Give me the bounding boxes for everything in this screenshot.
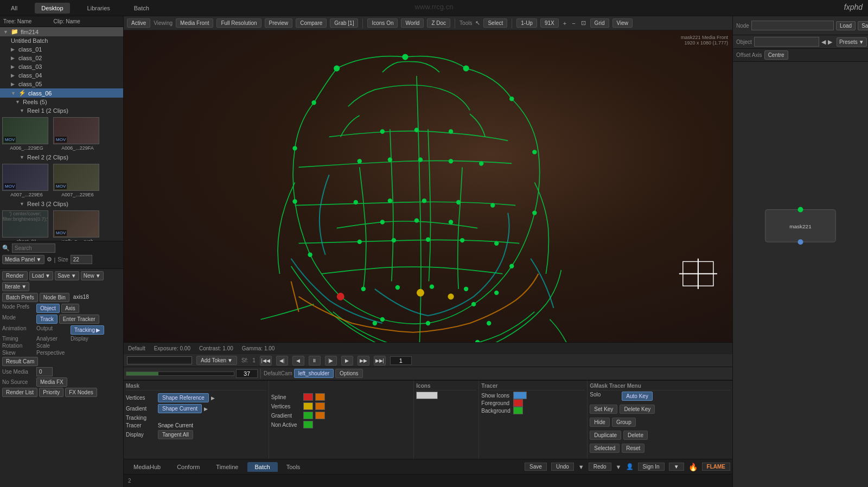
vertices-color-swatch[interactable] bbox=[303, 402, 313, 410]
search-input[interactable] bbox=[12, 244, 55, 253]
media-panel-dropdown[interactable]: Media Panel ▼ bbox=[2, 255, 44, 264]
tree-item[interactable]: ▼ Reels (5) bbox=[0, 98, 123, 106]
use-media-input[interactable] bbox=[36, 367, 53, 376]
node-bin-btn[interactable]: Node Bin bbox=[40, 293, 69, 302]
object-btn[interactable]: Object bbox=[36, 304, 60, 313]
save-btn[interactable]: Save bbox=[525, 463, 547, 471]
compare-btn[interactable]: Compare bbox=[296, 18, 327, 28]
play-fwd-btn[interactable]: ▶ bbox=[341, 356, 353, 366]
tab-tools[interactable]: Tools bbox=[279, 462, 308, 472]
delete-btn[interactable]: Delete bbox=[623, 431, 648, 440]
tab-desktop[interactable]: Desktop bbox=[35, 3, 69, 14]
tree-item[interactable]: Untitled Batch bbox=[0, 36, 123, 45]
tangent-all-btn[interactable]: Tangent All bbox=[158, 430, 193, 439]
clip-thumb[interactable]: ') center/cover; filter:brightness(0.7);… bbox=[2, 210, 51, 241]
fit-icon[interactable]: ⊡ bbox=[580, 18, 587, 28]
tree-item[interactable]: ▼ 📁 flm214 bbox=[0, 27, 123, 36]
hide-btn[interactable]: Hide bbox=[590, 418, 610, 427]
active-btn[interactable]: Active bbox=[127, 18, 150, 28]
show-icons-swatch[interactable] bbox=[513, 392, 527, 399]
track-btn[interactable]: Track bbox=[36, 315, 58, 324]
step-fwd-btn[interactable]: |▶ bbox=[325, 356, 337, 366]
clip-thumb[interactable]: MOV A006_...229EG bbox=[2, 117, 51, 151]
new-dropdown[interactable]: New▼ bbox=[81, 271, 104, 280]
media-fx-btn[interactable]: Media FX bbox=[36, 377, 67, 387]
undo-btn[interactable]: Undo bbox=[551, 463, 574, 471]
prev-icon[interactable]: ◀ bbox=[821, 39, 826, 46]
tree-item[interactable]: ▶ class_05 bbox=[0, 80, 123, 88]
redo-dropdown-icon[interactable]: ▼ bbox=[616, 464, 622, 470]
shape-current-btn[interactable]: Shape Current bbox=[158, 404, 202, 413]
frame-end-display[interactable]: 37 bbox=[236, 369, 258, 378]
enter-tracker-btn[interactable]: Enter Tracker bbox=[59, 315, 99, 324]
spline-color-swatch[interactable] bbox=[303, 393, 313, 401]
group-btn[interactable]: Group bbox=[612, 418, 636, 427]
load-dropdown[interactable]: Load▼ bbox=[29, 271, 53, 280]
clip-thumb[interactable]: MOV A007_...229E6 bbox=[53, 164, 102, 197]
zoom-out-icon[interactable]: − bbox=[571, 19, 576, 28]
node-save-btn[interactable]: Save bbox=[858, 21, 868, 30]
play-back-btn[interactable]: ◀ bbox=[292, 356, 304, 366]
signin-btn[interactable]: Sign In bbox=[638, 463, 665, 471]
grid-btn[interactable]: Grid bbox=[590, 18, 609, 28]
axis-btn[interactable]: Axis bbox=[61, 304, 79, 313]
icons-color-swatch[interactable] bbox=[416, 392, 438, 399]
tree-item[interactable]: ▶ class_04 bbox=[0, 71, 123, 80]
full-resolution-btn[interactable]: Full Resolution bbox=[216, 18, 261, 28]
1up-btn[interactable]: 1-Up bbox=[516, 18, 537, 28]
background-color-swatch[interactable] bbox=[513, 407, 523, 414]
options-btn[interactable]: Options bbox=[335, 369, 362, 378]
left-shoulder-btn[interactable]: left_shoulder bbox=[294, 369, 334, 378]
gradient-color2-swatch[interactable] bbox=[315, 412, 325, 419]
non-active-color-swatch[interactable] bbox=[303, 421, 313, 428]
node-load-btn[interactable]: Load bbox=[836, 21, 856, 30]
vertices-color2-swatch[interactable] bbox=[315, 402, 325, 410]
play-end-btn[interactable]: ▶▶| bbox=[374, 356, 386, 366]
add-token-btn[interactable]: Add Token ▼ bbox=[196, 356, 237, 365]
delete-key-btn[interactable]: Delete Key bbox=[620, 405, 655, 414]
set-key-btn[interactable]: Set Key bbox=[590, 405, 617, 414]
zoom-in-icon[interactable]: + bbox=[562, 19, 567, 28]
tree-item[interactable]: ▶ class_01 bbox=[0, 45, 123, 54]
view-btn[interactable]: View bbox=[612, 18, 633, 28]
redo-btn[interactable]: Redo bbox=[589, 463, 611, 471]
batch-prefs-btn[interactable]: Batch Prefs bbox=[2, 293, 38, 302]
result-cam-btn[interactable]: Result Cam bbox=[2, 357, 38, 366]
tracking-dropdown[interactable]: Tracking ▶ bbox=[71, 325, 104, 335]
frame-display[interactable]: 1 bbox=[390, 356, 412, 365]
reset-btn[interactable]: Reset bbox=[622, 444, 644, 453]
clip-thumb[interactable]: MOV walk_g_...rush bbox=[53, 210, 102, 241]
undo-dropdown-icon[interactable]: ▼ bbox=[578, 464, 584, 470]
grab-btn[interactable]: Grab [1] bbox=[330, 18, 358, 28]
tree-item[interactable]: ▶ class_03 bbox=[0, 62, 123, 71]
clip-thumb[interactable]: MOV A006_...229FA bbox=[53, 117, 102, 151]
priority-btn[interactable]: Priority bbox=[39, 388, 63, 397]
tab-batch[interactable]: Batch bbox=[247, 462, 278, 472]
iterate-dropdown[interactable]: Iterate▼ bbox=[2, 282, 29, 291]
world-btn[interactable]: World bbox=[401, 18, 424, 28]
tab-mediahub[interactable]: MediaHub bbox=[126, 462, 168, 472]
render-list-btn[interactable]: Render List bbox=[2, 388, 37, 397]
shape-reference-btn[interactable]: Shape Reference bbox=[158, 393, 209, 402]
save-dropdown[interactable]: Save▼ bbox=[55, 271, 79, 280]
pause-btn[interactable]: ⏸ bbox=[309, 356, 321, 366]
select-btn[interactable]: Select bbox=[483, 18, 507, 28]
clip-name-input[interactable]: class_06_001 bbox=[127, 356, 192, 364]
media-front-btn[interactable]: Media Front bbox=[176, 18, 213, 28]
tree-item-selected[interactable]: ▼ ⚡ class_06 bbox=[0, 88, 123, 98]
presets-dropdown[interactable]: Presets ▼ bbox=[837, 37, 867, 47]
auto-key-btn[interactable]: Auto Key bbox=[622, 392, 653, 401]
dropdown-btn[interactable]: ▼ bbox=[669, 463, 684, 471]
spline-color2-swatch[interactable] bbox=[315, 393, 325, 401]
tree-item[interactable]: ▼ Reel 2 (2 Clips) bbox=[0, 153, 123, 162]
tab-conform[interactable]: Conform bbox=[169, 462, 207, 472]
node-name-input[interactable]: mask221 bbox=[751, 21, 834, 30]
icons-on-btn[interactable]: Icons On bbox=[367, 18, 398, 28]
tree-item[interactable]: ▼ Reel 3 (2 Clips) bbox=[0, 200, 123, 208]
next-icon[interactable]: ▶ bbox=[828, 39, 832, 46]
duplicate-btn[interactable]: Duplicate bbox=[590, 431, 621, 440]
step-back-btn[interactable]: ◀| bbox=[276, 356, 288, 366]
selected-btn[interactable]: Selected bbox=[590, 444, 620, 453]
tree-item[interactable]: ▼ Reel 1 (2 Clips) bbox=[0, 106, 123, 115]
foreground-color-swatch[interactable] bbox=[513, 399, 523, 407]
